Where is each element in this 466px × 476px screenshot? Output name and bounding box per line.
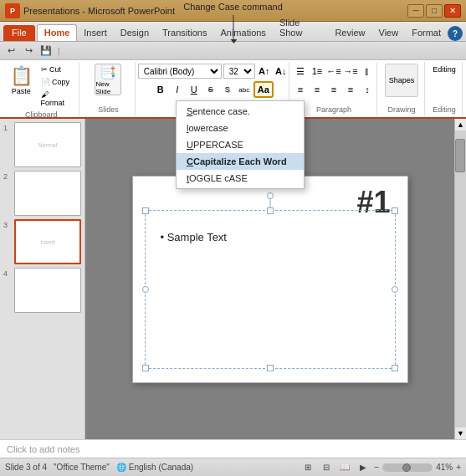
slides-buttons: 📑 New Slide xyxy=(95,64,121,104)
change-case-dropdown: Sentence case. lowercase UPPERCASE CCapi… xyxy=(176,100,305,189)
tab-review[interactable]: Review xyxy=(328,25,371,41)
language-info: 🌐 English (Canada) xyxy=(116,463,193,472)
strikethrough-button[interactable]: S xyxy=(203,82,218,97)
slide-info: Slide 3 of 4 xyxy=(5,463,47,472)
slide-thumb-label: Insert xyxy=(40,239,55,245)
slide-number: 2 xyxy=(3,171,12,181)
underline-button[interactable]: U xyxy=(187,82,202,97)
slide-panel: 1 Normal 2 3 Insert 4 xyxy=(0,119,85,439)
increase-indent-button[interactable]: →≡ xyxy=(343,64,358,79)
drawing-group: Shapes Drawing xyxy=(379,62,425,115)
menu-item-label: OGGLE cASE xyxy=(189,173,248,183)
zoom-slider[interactable] xyxy=(382,463,433,472)
increase-font-button[interactable]: A↑ xyxy=(257,64,272,79)
italic-button[interactable]: I xyxy=(170,82,185,97)
close-button[interactable]: ✕ xyxy=(444,4,461,18)
textbox-dashed[interactable]: Sample Text xyxy=(145,210,396,369)
slideshow-view-button[interactable]: ▶ xyxy=(356,461,371,474)
tab-file[interactable]: File xyxy=(3,25,35,41)
slide-number: 3 xyxy=(3,219,12,229)
menu-item-toggle-case[interactable]: tOGGLE cASE xyxy=(177,170,304,187)
handle-bm[interactable] xyxy=(267,365,274,371)
tab-animations[interactable]: Animations xyxy=(213,25,272,41)
maximize-button[interactable]: □ xyxy=(426,4,443,18)
scroll-up-arrow[interactable]: ▲ xyxy=(455,119,467,131)
menu-item-sentence-case[interactable]: Sentence case. xyxy=(177,103,304,120)
menu-item-lowercase[interactable]: lowercase xyxy=(177,120,304,136)
align-center-button[interactable]: ≡ xyxy=(310,82,325,97)
columns-button[interactable]: ⫿ xyxy=(360,64,375,79)
slide-counter-qa: | xyxy=(58,47,59,55)
justify-button[interactable]: ≡ xyxy=(343,82,358,97)
slide-thumbnail[interactable] xyxy=(14,171,81,216)
menu-item-capitalize[interactable]: CCapitalize Each Word xyxy=(177,153,304,170)
zoom-plus[interactable]: + xyxy=(456,463,461,472)
handle-bl[interactable] xyxy=(142,365,149,371)
tab-view[interactable]: View xyxy=(372,25,406,41)
editing-label: Editing xyxy=(433,104,456,114)
underline-char: U xyxy=(187,140,193,150)
tab-home[interactable]: Home xyxy=(37,24,78,41)
bold-button[interactable]: B xyxy=(153,82,168,97)
handle-br[interactable] xyxy=(392,365,398,371)
new-slide-button[interactable]: 📑 New Slide xyxy=(95,64,121,95)
scroll-down-arrow[interactable]: ▼ xyxy=(455,427,467,439)
decrease-font-button[interactable]: A↓ xyxy=(274,64,289,79)
zoom-minus[interactable]: − xyxy=(374,463,379,472)
tab-slideshow[interactable]: Slide Show xyxy=(273,15,329,41)
underline-char: C xyxy=(187,156,193,166)
notes-placeholder: Click to add notes xyxy=(7,444,79,454)
bullets-button[interactable]: ☰ xyxy=(293,64,308,79)
reading-view-button[interactable]: 📖 xyxy=(337,461,352,474)
shapes-gallery[interactable]: Shapes xyxy=(385,64,418,97)
slide-thumbnail[interactable]: Normal xyxy=(14,122,81,167)
undo-button[interactable]: ↩ xyxy=(3,44,18,59)
format-painter-button[interactable]: 🖌 Format xyxy=(38,89,76,109)
tab-transitions[interactable]: Transitions xyxy=(156,25,213,41)
align-right-button[interactable]: ≡ xyxy=(326,82,341,97)
annotation-label: Change Case command xyxy=(183,2,283,12)
tab-design[interactable]: Design xyxy=(114,25,156,41)
handle-tl[interactable] xyxy=(142,207,149,214)
vertical-scrollbar: ▲ ▼ xyxy=(454,119,466,439)
cut-button[interactable]: ✂ Cut xyxy=(38,64,76,75)
scrollbar-track xyxy=(455,131,466,427)
new-slide-icon: 📑 xyxy=(100,64,116,80)
line-spacing-button[interactable]: ↕ xyxy=(360,82,375,97)
font-size-select[interactable]: 32 xyxy=(223,64,255,79)
help-button[interactable]: ? xyxy=(448,26,463,41)
align-left-button[interactable]: ≡ xyxy=(293,82,308,97)
editing-button[interactable]: Editing xyxy=(429,64,459,75)
zoom-thumb xyxy=(402,463,411,472)
handle-tm[interactable] xyxy=(267,207,274,214)
status-bar: Slide 3 of 4 "Office Theme" 🌐 English (C… xyxy=(0,458,466,476)
copy-button[interactable]: 📄 Copy xyxy=(38,76,76,88)
redo-button[interactable]: ↪ xyxy=(21,44,36,59)
change-case-button[interactable]: Aa xyxy=(253,81,274,98)
title-controls: ─ □ ✕ xyxy=(407,4,461,18)
paste-button[interactable]: 📋 Paste xyxy=(7,64,36,97)
handle-mr[interactable] xyxy=(392,286,398,293)
slide-thumbnail-active[interactable]: Insert xyxy=(14,219,81,264)
font-name-select[interactable]: Calibri (Body) xyxy=(138,64,222,79)
handle-tr[interactable] xyxy=(392,207,398,214)
rotation-handle[interactable] xyxy=(267,192,274,199)
smallcaps-button[interactable]: abc xyxy=(237,82,252,97)
decrease-indent-button[interactable]: ←≡ xyxy=(326,64,341,79)
save-button[interactable]: 💾 xyxy=(38,44,54,59)
bullet-text: Sample Text xyxy=(161,231,227,243)
handle-ml[interactable] xyxy=(142,286,149,293)
shadow-button[interactable]: S xyxy=(220,82,235,97)
list-item: 4 xyxy=(3,268,81,313)
tab-insert[interactable]: Insert xyxy=(77,25,114,41)
numbering-button[interactable]: 1≡ xyxy=(310,64,325,79)
tab-format[interactable]: Format xyxy=(405,25,448,41)
normal-view-button[interactable]: ⊞ xyxy=(300,461,315,474)
scrollbar-thumb[interactable] xyxy=(455,139,465,172)
slide-thumbnail[interactable] xyxy=(14,268,81,313)
minimize-button[interactable]: ─ xyxy=(407,4,424,18)
notes-area[interactable]: Click to add notes xyxy=(0,439,466,458)
slides-group: 📑 New Slide Slides xyxy=(81,62,136,115)
slide-sorter-button[interactable]: ⊟ xyxy=(319,461,334,474)
menu-item-uppercase[interactable]: UPPERCASE xyxy=(177,136,304,153)
